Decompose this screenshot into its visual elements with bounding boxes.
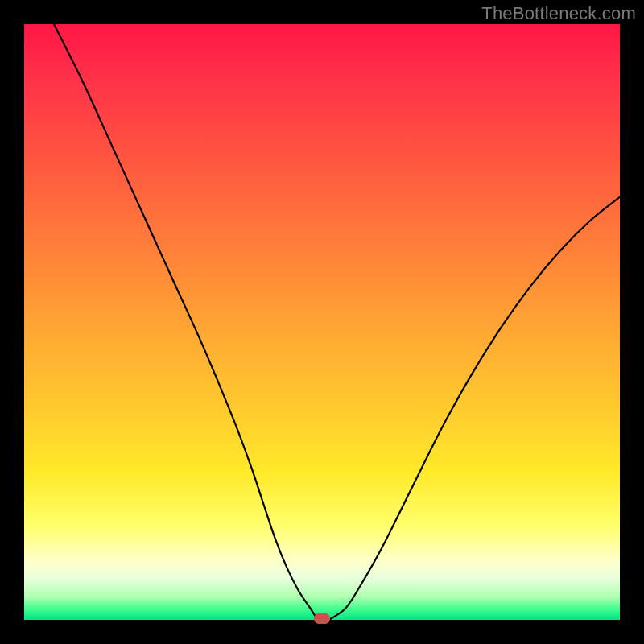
plot-area	[24, 24, 620, 620]
optimal-point-marker	[314, 613, 330, 624]
curve-layer	[24, 24, 620, 620]
bottleneck-curve	[54, 24, 620, 620]
watermark-text: TheBottleneck.com	[481, 3, 636, 24]
